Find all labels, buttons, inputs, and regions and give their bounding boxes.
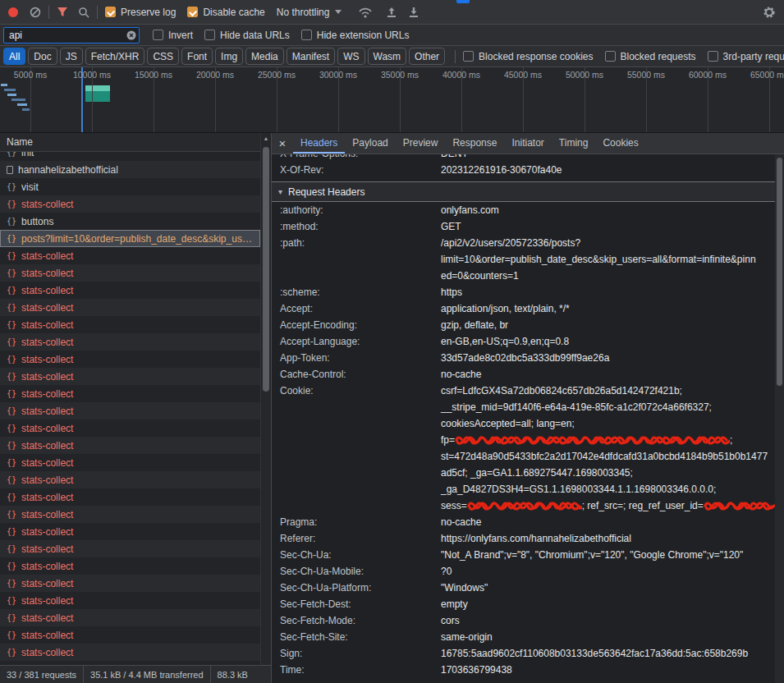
filter-chip-other[interactable]: Other: [409, 48, 445, 65]
braces-icon: {}: [7, 596, 16, 605]
request-row[interactable]: {}stats-collect: [0, 333, 260, 351]
request-row[interactable]: {}stats-collect: [0, 195, 260, 213]
request-row[interactable]: {}buttons: [0, 213, 260, 230]
funnel-icon: [57, 7, 68, 17]
clear-filter-button[interactable]: [126, 30, 136, 40]
braces-icon: {}: [7, 268, 16, 277]
request-row[interactable]: hannahelizabethofficial: [0, 161, 260, 178]
filter-chip-img[interactable]: Img: [215, 48, 243, 65]
request-row[interactable]: {}stats-collect: [0, 299, 260, 316]
import-har-button[interactable]: [386, 7, 397, 18]
filter-chip-font[interactable]: Font: [181, 48, 213, 65]
header-value-line: /api2/v2/users/20572336/posts?: [441, 235, 775, 251]
request-row[interactable]: {}stats-collect: [0, 264, 260, 282]
request-row[interactable]: {}stats-collect: [0, 316, 260, 333]
tab-headers[interactable]: Headers: [293, 133, 345, 154]
request-row[interactable]: {}stats-collect: [0, 540, 260, 557]
braces-icon: {}: [7, 493, 16, 502]
filter-chip-doc[interactable]: Doc: [28, 48, 57, 65]
header-value: "Windows": [441, 580, 775, 596]
filter-toggle-button[interactable]: [57, 7, 68, 17]
hide-extension-urls-checkbox[interactable]: Hide extension URLs: [301, 30, 410, 41]
scroll-up-icon[interactable]: ▲: [261, 133, 271, 144]
checkbox-3rd-party-requests[interactable]: 3rd-party requests: [708, 51, 784, 62]
requests-scrollbar[interactable]: ▲: [260, 133, 271, 665]
export-har-button[interactable]: [408, 7, 420, 18]
filter-bar: Invert Hide data URLs Hide extension URL…: [0, 25, 784, 46]
braces-icon: {}: [7, 544, 16, 553]
search-button[interactable]: [78, 7, 89, 18]
request-row[interactable]: {}stats-collect: [0, 385, 260, 402]
request-row[interactable]: {}stats-collect: [0, 626, 260, 644]
request-row[interactable]: {}stats-collect: [0, 557, 260, 575]
tab-preview[interactable]: Preview: [396, 133, 446, 154]
request-row[interactable]: {}stats-collect: [0, 247, 260, 264]
request-name: stats-collect: [21, 630, 257, 641]
request-name: stats-collect: [21, 354, 257, 365]
request-row[interactable]: {}stats-collect: [0, 282, 260, 299]
checkbox-checked-icon: [105, 7, 116, 17]
timeline-tick-label: 50000 ms: [566, 70, 603, 80]
tab-timing[interactable]: Timing: [552, 133, 596, 154]
scrollbar-thumb[interactable]: [263, 147, 269, 392]
scrollbar-thumb[interactable]: [777, 158, 782, 386]
request-row[interactable]: {}stats-collect: [0, 575, 260, 592]
request-row[interactable]: {}posts?limit=10&order=publish_date_desc…: [0, 230, 260, 247]
throttling-dropdown[interactable]: No throttling: [277, 7, 342, 18]
filter-input[interactable]: [3, 27, 140, 44]
details-tabs: HeadersPayloadPreviewResponseInitiatorTi…: [293, 133, 646, 154]
filter-chip-manifest[interactable]: Manifest: [287, 48, 335, 65]
header-name: :method:: [280, 218, 441, 235]
request-headers-section[interactable]: ▾Request Headers: [272, 181, 775, 202]
request-row[interactable]: {}stats-collect: [0, 368, 260, 385]
request-name: stats-collect: [21, 561, 257, 572]
request-row[interactable]: {}stats-collect: [0, 592, 260, 609]
disable-cache-checkbox[interactable]: Disable cache: [187, 7, 264, 18]
hide-data-urls-checkbox[interactable]: Hide data URLs: [204, 30, 290, 41]
request-row[interactable]: {}init: [0, 152, 260, 161]
request-row[interactable]: {}stats-collect: [0, 454, 260, 471]
filter-chip-wasm[interactable]: Wasm: [368, 48, 407, 65]
timeline-tick-label: 5000 ms: [14, 70, 47, 80]
invert-checkbox[interactable]: Invert: [153, 30, 193, 41]
filter-chip-fetch-xhr[interactable]: Fetch/XHR: [85, 48, 145, 65]
headers-rows: X-Frame-Options:DENYX-Of-Rev:20231226191…: [272, 154, 775, 678]
network-conditions-button[interactable]: [358, 7, 373, 18]
request-row[interactable]: {}stats-collect: [0, 609, 260, 626]
checkbox-blocked-requests[interactable]: Blocked requests: [605, 51, 696, 62]
braces-icon: {}: [7, 217, 16, 226]
filter-chip-js[interactable]: JS: [60, 48, 83, 65]
details-scrollbar[interactable]: [775, 154, 784, 683]
settings-gear-button[interactable]: [763, 6, 776, 19]
checkbox-label: Blocked requests: [621, 51, 696, 62]
record-button[interactable]: [8, 7, 18, 17]
request-row[interactable]: {}stats-collect: [0, 402, 260, 419]
request-row[interactable]: {}stats-collect: [0, 351, 260, 368]
checkbox-blocked-response-cookies[interactable]: Blocked response cookies: [463, 51, 593, 62]
filter-chip-media[interactable]: Media: [245, 48, 284, 65]
filter-chip-css[interactable]: CSS: [147, 48, 179, 65]
request-row[interactable]: {}stats-collect: [0, 523, 260, 540]
close-details-button[interactable]: ×: [272, 136, 293, 150]
preserve-log-checkbox[interactable]: Preserve log: [105, 7, 176, 18]
request-row[interactable]: {}stats-collect: [0, 644, 260, 661]
clear-button[interactable]: [30, 7, 41, 18]
tab-response[interactable]: Response: [445, 133, 504, 154]
request-row[interactable]: {}stats-collect: [0, 437, 260, 454]
request-row[interactable]: {}stats-collect: [0, 506, 260, 523]
tab-initiator[interactable]: Initiator: [504, 133, 551, 154]
timeline-tick-label: 55000 ms: [627, 70, 665, 80]
request-row[interactable]: {}visit: [0, 178, 260, 195]
request-row[interactable]: {}stats-collect: [0, 471, 260, 488]
filter-chip-all[interactable]: All: [3, 48, 25, 65]
request-row[interactable]: {}stats-collect: [0, 488, 260, 506]
filter-chip-ws[interactable]: WS: [337, 48, 364, 65]
tab-payload[interactable]: Payload: [345, 133, 395, 154]
request-name: stats-collect: [21, 302, 257, 314]
checkbox-icon: [605, 51, 616, 62]
request-row[interactable]: {}stats-collect: [0, 419, 260, 437]
name-column-header[interactable]: Name: [0, 133, 271, 152]
header-name: Time:: [280, 662, 441, 678]
tab-cookies[interactable]: Cookies: [595, 133, 645, 154]
timeline-overview[interactable]: 5000 ms10000 ms15000 ms20000 ms25000 ms3…: [0, 67, 784, 133]
